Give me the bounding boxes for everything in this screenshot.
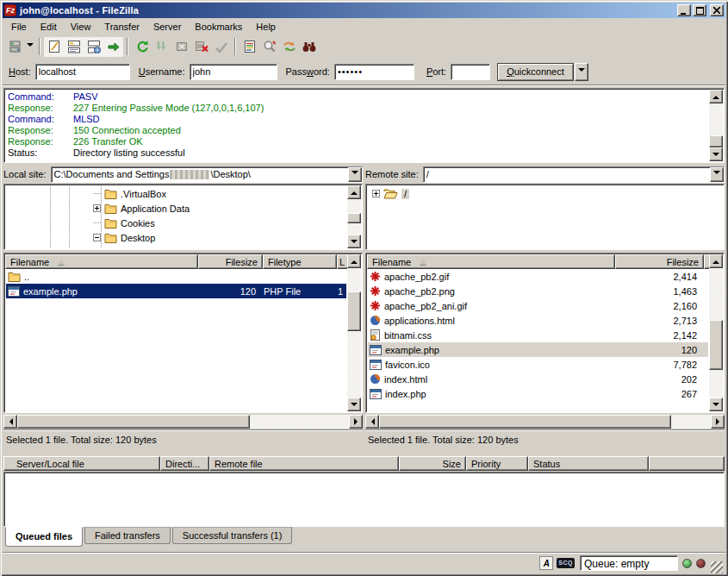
local-hscrollbar[interactable] (3, 415, 363, 429)
site-manager-button[interactable] (5, 37, 25, 57)
menu-file[interactable]: File (4, 20, 34, 34)
scroll-thumb[interactable] (709, 320, 723, 370)
reconnect-button[interactable] (211, 37, 231, 57)
column-header-filesize[interactable]: Filesize (198, 254, 263, 269)
file-row[interactable]: apache_pb2.png 1,463 (368, 284, 708, 298)
host-input[interactable] (35, 64, 130, 80)
column-header-priority[interactable]: Priority (466, 456, 528, 471)
resize-grip[interactable] (711, 561, 723, 573)
menu-server[interactable]: Server (146, 20, 188, 34)
local-tree-scrollbar[interactable] (347, 185, 361, 248)
scroll-track[interactable] (17, 415, 349, 429)
file-row[interactable]: apache_pb2.gif 2,414 (368, 269, 708, 284)
file-row-parent-dir[interactable]: .. (6, 269, 346, 284)
remote-site-combobox[interactable]: / (423, 166, 725, 183)
column-header-status[interactable]: Status (528, 456, 649, 471)
scroll-left-button[interactable] (3, 415, 17, 429)
scroll-thumb[interactable] (347, 213, 361, 223)
scroll-track[interactable] (347, 268, 361, 398)
scroll-thumb[interactable] (379, 415, 671, 429)
file-row[interactable]: bitnami.css 2,142 (368, 328, 708, 342)
toggle-local-tree-button[interactable] (64, 37, 84, 57)
directory-filters-button[interactable] (240, 37, 259, 57)
cancel-button[interactable] (171, 37, 191, 57)
quickconnect-dropdown[interactable] (575, 63, 588, 81)
site-manager-dropdown[interactable] (25, 37, 35, 57)
menu-help[interactable]: Help (249, 20, 283, 34)
local-site-combobox[interactable]: C:\Documents and Settings\Desktop\ (51, 166, 363, 183)
scroll-down-button[interactable] (347, 398, 361, 411)
column-header-remote-file[interactable]: Remote file (209, 456, 399, 471)
file-row[interactable]: index.php 267 (368, 386, 708, 401)
file-row[interactable]: index.html 202 (368, 372, 708, 386)
column-header-direction[interactable]: Directi... (160, 456, 209, 471)
tree-item-virtualbox[interactable]: .VirtualBox (6, 186, 360, 201)
toggle-queue-button[interactable] (103, 37, 123, 57)
remote-site-dropdown[interactable] (710, 167, 724, 182)
file-row[interactable]: apache_pb2_ani.gif 2,160 (368, 298, 708, 313)
close-button[interactable] (710, 4, 724, 16)
scroll-up-button[interactable] (347, 185, 361, 199)
minimize-button[interactable] (677, 4, 691, 16)
scroll-thumb[interactable] (709, 135, 723, 147)
scroll-track[interactable] (709, 268, 723, 398)
tree-item-application-data[interactable]: Application Data (6, 201, 360, 216)
scroll-left-button[interactable] (365, 415, 379, 429)
scroll-track[interactable] (347, 199, 361, 235)
toggle-message-log-button[interactable] (44, 37, 64, 57)
scroll-thumb[interactable] (347, 291, 361, 331)
remote-list-scrollbar[interactable] (709, 254, 723, 411)
menu-bookmarks[interactable]: Bookmarks (188, 20, 249, 34)
file-row-selected[interactable]: example.php 120 (368, 342, 708, 357)
find-files-button[interactable] (299, 37, 319, 57)
scroll-up-button[interactable] (347, 254, 361, 268)
scroll-track[interactable] (379, 415, 711, 429)
tab-failed-transfers[interactable]: Failed transfers (84, 527, 171, 544)
column-header-filename[interactable]: Filename (5, 254, 198, 269)
synchronized-browsing-button[interactable] (279, 37, 299, 57)
remote-directory-tree[interactable]: / (365, 184, 725, 250)
file-row-example-php[interactable]: example.php 120 PHP File 1 (6, 284, 346, 298)
scroll-right-button[interactable] (711, 415, 725, 429)
file-row[interactable]: applications.html 2,713 (368, 313, 708, 328)
scroll-right-button[interactable] (349, 415, 363, 429)
username-input[interactable] (190, 64, 277, 80)
disconnect-button[interactable] (191, 37, 211, 57)
menu-view[interactable]: View (64, 20, 98, 34)
title-bar[interactable]: Fz john@localhost - FileZilla (3, 3, 725, 18)
scroll-thumb[interactable] (17, 415, 250, 429)
local-site-dropdown[interactable] (348, 167, 362, 182)
quickconnect-button[interactable]: Quickconnect (497, 63, 574, 81)
tree-item-root[interactable]: / (368, 186, 722, 201)
scroll-down-button[interactable] (709, 147, 723, 161)
scroll-track[interactable] (709, 103, 723, 147)
refresh-button[interactable] (132, 37, 152, 57)
tab-successful-transfers[interactable]: Successful transfers (1) (172, 527, 293, 544)
expand-plus-icon[interactable] (93, 204, 101, 212)
password-input[interactable] (334, 64, 414, 80)
column-header-filesize[interactable]: Filesize (615, 254, 704, 269)
collapse-minus-icon[interactable] (93, 234, 101, 241)
scroll-up-button[interactable] (709, 90, 723, 103)
tree-item-cookies[interactable]: Cookies (6, 216, 360, 230)
file-row[interactable]: favicon.ico 7,782 (368, 357, 708, 372)
toggle-remote-tree-button[interactable] (84, 37, 103, 57)
column-header-size[interactable]: Size (399, 456, 466, 471)
tree-item-desktop[interactable]: Desktop (6, 230, 360, 245)
column-header-server-local-file[interactable]: Server/Local file (3, 456, 160, 471)
port-input[interactable] (451, 64, 490, 80)
expand-plus-icon[interactable] (372, 190, 380, 197)
maximize-button[interactable] (693, 4, 706, 16)
column-header-filetype[interactable]: Filetype (263, 254, 337, 269)
compare-directories-button[interactable] (259, 37, 279, 57)
scroll-up-button[interactable] (709, 254, 723, 268)
tab-queued-files[interactable]: Queued files (5, 527, 83, 547)
queue-content[interactable] (3, 472, 725, 527)
local-list-scrollbar[interactable] (347, 254, 361, 411)
menu-transfer[interactable]: Transfer (97, 20, 146, 34)
scroll-down-button[interactable] (709, 398, 723, 411)
local-directory-tree[interactable]: .VirtualBox Application Data Cookies Des… (3, 184, 363, 250)
remote-hscrollbar[interactable] (365, 415, 725, 429)
column-header-filename[interactable]: Filename (367, 254, 615, 269)
log-scrollbar[interactable] (709, 90, 723, 161)
